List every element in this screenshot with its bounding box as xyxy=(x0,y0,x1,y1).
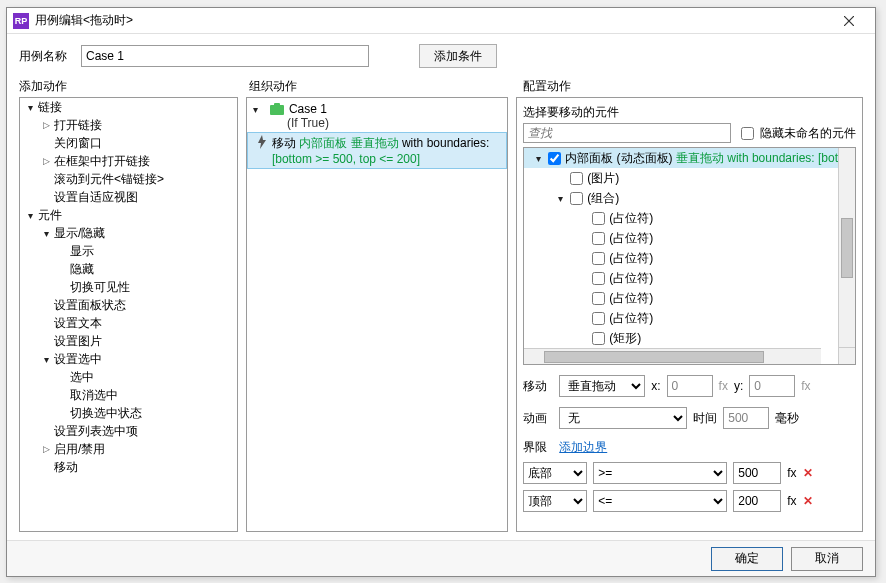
search-input[interactable] xyxy=(523,123,731,143)
move-row: 移动 垂直拖动 x: fx y: fx xyxy=(523,375,856,397)
tree-item[interactable]: 设置列表选中项 xyxy=(20,422,237,440)
chevron-down-icon[interactable] xyxy=(532,153,544,164)
chevron-icon[interactable] xyxy=(40,156,52,166)
hide-unnamed-input[interactable] xyxy=(741,127,754,140)
op-select[interactable]: >= xyxy=(593,462,727,484)
tree-checkbox[interactable] xyxy=(592,272,605,285)
tree-item-label: 选中 xyxy=(68,369,94,386)
tree-item[interactable]: 设置图片 xyxy=(20,332,237,350)
edge-select[interactable]: 底部 xyxy=(523,462,587,484)
chevron-icon[interactable] xyxy=(40,444,52,454)
chevron-icon[interactable] xyxy=(40,120,52,130)
tree-row[interactable]: (组合) xyxy=(524,188,838,208)
fx-button[interactable]: fx xyxy=(787,466,796,480)
hide-unnamed-checkbox[interactable]: 隐藏未命名的元件 xyxy=(737,124,856,143)
tree-item[interactable]: 显示 xyxy=(20,242,237,260)
tree-item[interactable]: 滚动到元件<锚链接> xyxy=(20,170,237,188)
action-row[interactable]: 移动 内部面板 垂直拖动 with boundaries: [bottom >=… xyxy=(247,132,507,169)
cancel-button[interactable]: 取消 xyxy=(791,547,863,571)
app-icon: RP xyxy=(13,13,29,29)
fx-icon: fx xyxy=(719,379,728,393)
tree-checkbox[interactable] xyxy=(570,192,583,205)
ok-button[interactable]: 确定 xyxy=(711,547,783,571)
tree-checkbox[interactable] xyxy=(548,152,561,165)
tree-item-label: 隐藏 xyxy=(68,261,94,278)
tree-row-root[interactable]: 内部面板 (动态面板) 垂直拖动 with boundaries: [bot xyxy=(524,148,838,168)
chevron-icon[interactable] xyxy=(24,210,36,221)
edge-select[interactable]: 顶部 xyxy=(523,490,587,512)
case-condition: (If True) xyxy=(247,116,507,130)
value-input[interactable] xyxy=(733,462,781,484)
tree-checkbox[interactable] xyxy=(592,252,605,265)
tree-item[interactable]: 关闭窗口 xyxy=(20,134,237,152)
tree-row[interactable]: (占位符) xyxy=(524,228,838,248)
tree-checkbox[interactable] xyxy=(592,332,605,345)
anim-mode-select[interactable]: 无 xyxy=(559,407,687,429)
close-button[interactable] xyxy=(829,9,869,33)
tree-item-label: (占位符) xyxy=(609,310,653,327)
chevron-down-icon[interactable] xyxy=(253,102,265,116)
x-label: x: xyxy=(651,379,660,393)
tree-checkbox[interactable] xyxy=(570,172,583,185)
y-input xyxy=(749,375,795,397)
tree-item[interactable]: 打开链接 xyxy=(20,116,237,134)
case-icon xyxy=(269,102,285,116)
tree-item[interactable]: 隐藏 xyxy=(20,260,237,278)
tree-item[interactable]: 设置自适应视图 xyxy=(20,188,237,206)
tree-item[interactable]: 选中 xyxy=(20,368,237,386)
case-node[interactable]: Case 1 xyxy=(247,98,507,116)
vertical-scrollbar[interactable] xyxy=(838,148,855,364)
tree-row[interactable]: (占位符) xyxy=(524,208,838,228)
delete-icon[interactable]: ✕ xyxy=(803,494,813,508)
tree-item[interactable]: 显示/隐藏 xyxy=(20,224,237,242)
tree-item[interactable]: 设置面板状态 xyxy=(20,296,237,314)
tree-item[interactable]: 切换选中状态 xyxy=(20,404,237,422)
delete-icon[interactable]: ✕ xyxy=(803,466,813,480)
tree-item[interactable]: 切换可见性 xyxy=(20,278,237,296)
chevron-down-icon[interactable] xyxy=(554,193,566,204)
header-organize: 组织动作 xyxy=(249,78,515,95)
tree-item[interactable]: 链接 xyxy=(20,98,237,116)
value-input[interactable] xyxy=(733,490,781,512)
tree-checkbox[interactable] xyxy=(592,212,605,225)
tree-item[interactable]: 设置选中 xyxy=(20,350,237,368)
fx-button[interactable]: fx xyxy=(787,494,796,508)
tree-item[interactable]: 取消选中 xyxy=(20,386,237,404)
tree-checkbox[interactable] xyxy=(592,312,605,325)
svg-rect-2 xyxy=(270,105,284,115)
tree-item[interactable]: 元件 xyxy=(20,206,237,224)
tree-row[interactable]: (矩形) xyxy=(524,328,838,348)
widget-tree[interactable]: 内部面板 (动态面板) 垂直拖动 with boundaries: [bot (… xyxy=(524,148,838,364)
tree-row[interactable]: (占位符) xyxy=(524,268,838,288)
tree-row[interactable]: (占位符) xyxy=(524,308,838,328)
titlebar: RP 用例编辑<拖动时> xyxy=(7,8,875,34)
tree-item-label: (矩形) xyxy=(609,330,641,347)
move-mode-select[interactable]: 垂直拖动 xyxy=(559,375,645,397)
add-boundary-link[interactable]: 添加边界 xyxy=(559,439,607,456)
bounds-row: 界限 添加边界 xyxy=(523,439,856,456)
chevron-icon[interactable] xyxy=(40,354,52,365)
op-select[interactable]: <= xyxy=(593,490,727,512)
case-name-input[interactable] xyxy=(81,45,369,67)
tree-row[interactable]: (图片) xyxy=(524,168,838,188)
configure-panel: 选择要移动的元件 隐藏未命名的元件 内部面板 (动态面板) xyxy=(516,97,863,532)
chevron-icon[interactable] xyxy=(24,102,36,113)
move-label: 移动 xyxy=(523,378,553,395)
tree-row[interactable]: (占位符) xyxy=(524,248,838,268)
tree-item[interactable]: 启用/禁用 xyxy=(20,440,237,458)
tree-checkbox[interactable] xyxy=(592,232,605,245)
tree-item-label: (占位符) xyxy=(609,290,653,307)
tree-item[interactable]: 移动 xyxy=(20,458,237,476)
chevron-icon[interactable] xyxy=(40,228,52,239)
add-condition-button[interactable]: 添加条件 xyxy=(419,44,497,68)
tree-item[interactable]: 在框架中打开链接 xyxy=(20,152,237,170)
tree-checkbox[interactable] xyxy=(592,292,605,305)
anim-row: 动画 无 时间 毫秒 xyxy=(523,407,856,429)
x-input xyxy=(667,375,713,397)
tree-row[interactable]: (占位符) xyxy=(524,288,838,308)
action-tree[interactable]: 链接打开链接关闭窗口在框架中打开链接滚动到元件<锚链接>设置自适应视图元件显示/… xyxy=(20,98,237,531)
tree-item-label: 设置文本 xyxy=(52,315,102,332)
horizontal-scrollbar[interactable] xyxy=(524,348,821,364)
tree-item[interactable]: 设置文本 xyxy=(20,314,237,332)
tree-item-label: 链接 xyxy=(36,99,62,116)
